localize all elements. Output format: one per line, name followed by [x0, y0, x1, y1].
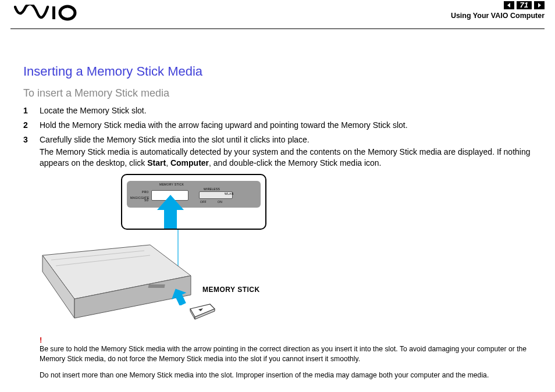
bold-start: Start — [147, 158, 166, 168]
step-number: 3 — [23, 134, 40, 145]
memory-stick-media-icon — [188, 303, 217, 320]
svg-rect-0 — [52, 6, 55, 19]
warning-text-1: Be sure to hold the Memory Stick media w… — [40, 344, 532, 364]
page-navigator: 71 — [504, 1, 545, 9]
warning-icon: ! — [40, 336, 532, 344]
step3-mid: , — [166, 158, 170, 168]
vaio-logo — [14, 5, 78, 25]
bold-computer: Computer — [170, 158, 209, 168]
page-number: 71 — [517, 1, 532, 9]
step-text: Locate the Memory Stick slot. — [40, 105, 532, 116]
svg-point-1 — [60, 6, 75, 19]
svg-rect-9 — [148, 284, 165, 288]
step-number: 1 — [23, 105, 40, 116]
step-text: Carefully slide the Memory Stick media i… — [40, 134, 532, 169]
next-page-button[interactable] — [534, 1, 545, 9]
step3-line1: Carefully slide the Memory Stick media i… — [40, 135, 309, 144]
small-insert-arrow-icon — [171, 288, 187, 305]
step3-extra: The Memory Stick media is automatically … — [40, 147, 532, 169]
step-number: 2 — [23, 120, 40, 131]
prev-page-button[interactable] — [504, 1, 514, 9]
laptop-illustration — [40, 244, 197, 330]
warning-text-2: Do not insert more than one Memory Stick… — [40, 370, 532, 380]
memory-stick-label: MEMORY STICK — [202, 286, 260, 294]
step-row: 1 Locate the Memory Stick slot. — [23, 105, 532, 116]
step3-post: , and double-click the Memory Stick medi… — [209, 158, 381, 168]
step-row: 3 Carefully slide the Memory Stick media… — [23, 134, 532, 169]
page-subtitle: To insert a Memory Stick media — [23, 87, 532, 99]
step-text: Hold the Memory Stick media with the arr… — [40, 120, 532, 131]
page-content: Inserting a Memory Stick Media To insert… — [0, 29, 555, 380]
step-row: 2 Hold the Memory Stick media with the a… — [23, 120, 532, 131]
page-title: Inserting a Memory Stick Media — [23, 64, 532, 79]
section-title: Using Your VAIO Computer — [451, 12, 545, 20]
figure: MEMORY STICK PRO MAGICGATE SD WIRELESS W… — [40, 174, 272, 331]
page-header: 71 Using Your VAIO Computer — [10, 0, 545, 29]
